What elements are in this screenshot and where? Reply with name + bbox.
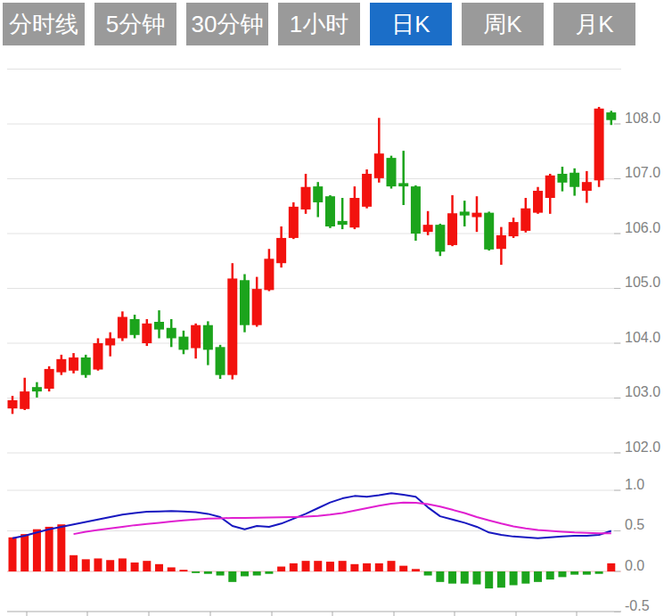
chart-area: 108.0107.0106.0105.0104.0103.0102.01.00.…: [0, 48, 672, 616]
tab-weekly-k[interactable]: 周K: [462, 3, 544, 45]
candle-down: [130, 319, 140, 335]
y-axis-label-price: 105.0: [625, 275, 660, 290]
candle-down: [411, 186, 421, 234]
candle-down: [240, 280, 250, 324]
macd-bar-negative: [521, 571, 529, 584]
macd-bar-negative: [217, 571, 225, 576]
candle-down: [203, 325, 213, 350]
y-axis-label-price: 102.0: [625, 439, 660, 455]
candle-up: [289, 207, 299, 238]
candle-down: [606, 112, 616, 120]
macd-bar-positive: [106, 560, 114, 571]
macd-bar-negative: [424, 571, 432, 576]
macd-bar-positive: [94, 558, 102, 571]
macd-bar-positive: [290, 563, 298, 571]
tab-daily-k[interactable]: 日K: [370, 3, 452, 45]
candle-up: [45, 369, 54, 389]
candle-up: [374, 153, 384, 178]
tab-monthly-k[interactable]: 月K: [553, 3, 635, 45]
macd-bar-positive: [607, 563, 615, 571]
macd-bar-positive: [179, 570, 187, 571]
candle-down: [557, 174, 567, 183]
macd-bar-negative: [497, 571, 505, 587]
macd-bar-positive: [131, 563, 139, 571]
macd-bar-positive: [9, 538, 17, 571]
candle-up: [276, 238, 286, 263]
macd-bar-positive: [399, 566, 407, 571]
candle-down: [387, 158, 397, 186]
macd-bar-positive: [33, 530, 41, 571]
candle-up: [191, 325, 201, 349]
candle-down: [154, 322, 164, 330]
macd-bar-negative: [265, 571, 273, 574]
macd-bar-negative: [485, 571, 493, 588]
y-axis-label-price: 106.0: [625, 220, 660, 235]
candle-up: [471, 213, 481, 218]
macd-bar-negative: [192, 571, 200, 573]
candle-up: [93, 343, 102, 370]
macd-bar-positive: [20, 534, 29, 571]
tab-1hour[interactable]: 1小时: [278, 3, 360, 45]
interval-tabbar: 分时线 5分钟 30分钟 1小时 日K 周K 月K: [3, 3, 635, 45]
macd-bar-negative: [534, 571, 542, 582]
tab-30min[interactable]: 30分钟: [186, 3, 268, 45]
candle-down: [81, 357, 91, 375]
y-axis-label-price: 107.0: [625, 165, 660, 180]
candle-up: [496, 235, 506, 249]
candle-down: [32, 387, 42, 391]
candle-up: [227, 278, 237, 374]
macd-bar-negative: [436, 571, 444, 582]
macd-bar-positive: [143, 561, 151, 571]
macd-bar-negative: [558, 571, 566, 577]
candle-up: [520, 209, 530, 231]
candle-up: [252, 289, 262, 325]
candle-up: [545, 176, 555, 198]
macd-bar-positive: [82, 559, 90, 571]
macd-bar-positive: [45, 527, 53, 571]
candle-up: [582, 182, 592, 191]
macd-bar-negative: [241, 571, 249, 576]
macd-bar-positive: [168, 567, 176, 571]
candle-down: [570, 173, 579, 187]
macd-bar-negative: [595, 571, 603, 574]
candle-down: [338, 221, 348, 225]
y-axis-label-macd: 0.0: [625, 558, 644, 573]
candle-down: [313, 186, 323, 202]
candle-down: [460, 211, 470, 215]
candle-up: [594, 109, 604, 181]
macd-bar-positive: [350, 564, 358, 571]
candle-up: [264, 259, 274, 290]
candle-up: [349, 198, 359, 227]
y-axis-label-price: 103.0: [625, 384, 660, 399]
macd-bar-negative: [570, 571, 578, 575]
candle-up: [509, 222, 519, 236]
macd-bar-positive: [277, 567, 285, 571]
macd-bar-positive: [155, 564, 163, 571]
candle-up: [362, 174, 372, 207]
candle-up: [142, 324, 152, 343]
candle-down: [484, 213, 494, 250]
candle-up: [423, 225, 433, 232]
macd-bar-positive: [388, 561, 396, 571]
candle-up: [69, 357, 78, 371]
macd-bar-positive: [119, 558, 127, 571]
y-axis-label-macd: -0.5: [625, 598, 650, 613]
candle-up: [533, 191, 543, 213]
macd-bar-negative: [448, 571, 456, 584]
kline-macd-chart: 108.0107.0106.0105.0104.0103.0102.01.00.…: [0, 48, 672, 616]
macd-bar-negative: [253, 571, 261, 576]
macd-bar-negative: [510, 571, 518, 585]
macd-bar-positive: [70, 555, 78, 571]
tab-timeline[interactable]: 分时线: [3, 3, 85, 45]
candle-down: [325, 196, 335, 226]
candle-up: [301, 187, 311, 209]
y-axis-label-price: 104.0: [625, 330, 660, 345]
candle-down: [216, 347, 225, 374]
y-axis-label-price: 108.0: [625, 111, 660, 126]
macd-bar-positive: [57, 524, 65, 571]
candle-up: [20, 391, 29, 409]
macd-bar-negative: [583, 571, 591, 575]
macd-bar-positive: [363, 563, 371, 571]
candle-up: [447, 213, 457, 245]
tab-5min[interactable]: 5分钟: [94, 3, 176, 45]
